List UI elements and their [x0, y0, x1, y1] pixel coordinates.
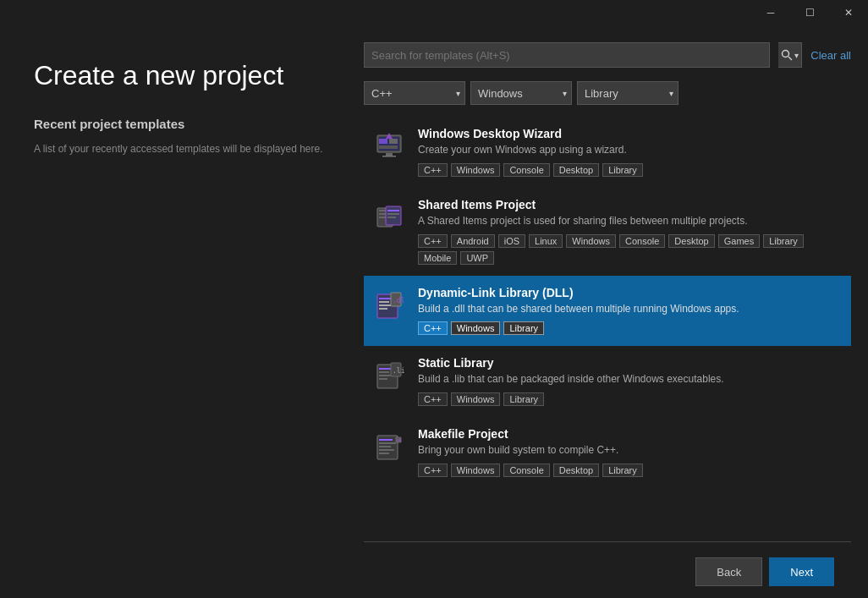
search-button[interactable]: ▾: [778, 42, 802, 68]
tag: C++: [418, 321, 448, 335]
template-icon-static-library: .lib: [372, 358, 406, 392]
svg-text:.lib: .lib: [393, 367, 404, 375]
template-item-dynamic-link-library[interactable]: .dll Dynamic-Link Library (DLL) Build a …: [364, 276, 851, 347]
tag: Desktop: [553, 464, 599, 477]
template-tags: C++ Windows Console Desktop Library: [418, 464, 843, 477]
tag: Linux: [529, 234, 563, 248]
svg-rect-22: [379, 308, 387, 310]
tag: Mobile: [418, 251, 457, 265]
tag: C++: [418, 163, 448, 177]
svg-rect-27: [379, 371, 389, 373]
template-tags: C++ Windows Library: [418, 321, 843, 335]
template-item-makefile-project[interactable]: mk Makefile Project Bring your own build…: [364, 417, 851, 488]
template-item-shared-items-project[interactable]: Shared Items Project A Shared Items proj…: [364, 188, 851, 276]
next-button[interactable]: Next: [769, 557, 834, 586]
language-filter-wrapper: C++ C# Python JavaScript: [364, 81, 465, 105]
bottom-bar: Back Next: [364, 546, 851, 598]
tag: C++: [418, 392, 448, 406]
tag: Desktop: [668, 234, 714, 248]
svg-rect-34: [379, 442, 396, 444]
tag: Desktop: [553, 163, 599, 177]
tag: Android: [451, 234, 495, 248]
template-content-windows-desktop-wizard: Windows Desktop Wizard Create your own W…: [418, 127, 843, 177]
template-item-windows-desktop-wizard[interactable]: Windows Desktop Wizard Create your own W…: [364, 117, 851, 188]
separator: [364, 541, 851, 542]
tag: Windows: [566, 234, 616, 248]
minimize-button[interactable]: ─: [751, 0, 790, 25]
template-name: Dynamic-Link Library (DLL): [418, 286, 843, 299]
search-box-wrapper: [364, 42, 770, 68]
tag: Console: [503, 163, 549, 177]
template-tags: C++ Android iOS Linux Windows Console De…: [418, 234, 843, 265]
svg-line-1: [788, 57, 792, 60]
right-panel: ▾ Clear all C++ C# Python JavaScript Win…: [355, 25, 868, 598]
svg-text:mk: mk: [397, 437, 402, 442]
search-row: ▾ Clear all: [364, 42, 851, 68]
platform-filter[interactable]: Windows Android iOS Linux: [470, 81, 572, 105]
language-filter[interactable]: C++ C# Python JavaScript: [364, 81, 465, 105]
svg-rect-33: [379, 439, 393, 441]
svg-rect-4: [386, 153, 393, 156]
svg-rect-17: [387, 217, 396, 218]
template-tags: C++ Windows Console Desktop Library: [418, 163, 843, 177]
back-button[interactable]: Back: [695, 557, 762, 586]
recent-heading: Recent project templates: [34, 117, 330, 131]
template-content-makefile-project: Makefile Project Bring your own build sy…: [418, 427, 843, 477]
svg-rect-36: [379, 449, 394, 451]
template-content-shared-items-project: Shared Items Project A Shared Items proj…: [418, 198, 843, 265]
svg-rect-37: [379, 453, 389, 454]
svg-point-0: [783, 51, 789, 58]
restore-button[interactable]: ☐: [790, 0, 829, 25]
template-desc: Build a .dll that can be shared between …: [418, 302, 843, 316]
svg-rect-28: [379, 375, 391, 376]
svg-rect-7: [389, 139, 398, 144]
platform-filter-wrapper: Windows Android iOS Linux: [470, 81, 572, 105]
svg-rect-21: [379, 304, 391, 306]
tag: Console: [619, 234, 665, 248]
tag: C++: [418, 234, 448, 248]
project-type-filter[interactable]: Library Console Desktop Mobile: [577, 81, 678, 105]
template-content-static-library: Static Library Build a .lib that can be …: [418, 356, 843, 406]
template-icon-shared-items-project: [372, 200, 406, 233]
template-content-dynamic-link-library: Dynamic-Link Library (DLL) Build a .dll …: [418, 286, 843, 336]
tag: Library: [602, 163, 643, 177]
recent-desc: A list of your recently accessed templat…: [34, 141, 330, 156]
svg-rect-35: [379, 446, 391, 447]
tag: Windows: [451, 321, 501, 335]
tag: Windows: [451, 464, 501, 477]
tag: Windows: [451, 163, 501, 177]
svg-rect-14: [386, 206, 401, 225]
search-input[interactable]: [371, 49, 762, 62]
template-icon-windows-desktop-wizard: [372, 129, 406, 162]
template-desc: Bring your own build system to compile C…: [418, 443, 843, 458]
close-button[interactable]: ✕: [829, 0, 868, 25]
main-container: Create a new project Recent project temp…: [0, 0, 868, 598]
svg-rect-15: [387, 210, 399, 211]
tag: Games: [718, 234, 760, 248]
template-icon-makefile-project: mk: [372, 429, 406, 463]
svg-rect-29: [379, 378, 387, 380]
tag: Library: [763, 234, 804, 248]
template-name: Shared Items Project: [418, 198, 843, 211]
svg-rect-5: [382, 156, 396, 157]
template-name: Static Library: [418, 356, 843, 370]
svg-rect-16: [387, 213, 399, 215]
tag: Library: [503, 392, 544, 406]
clear-all-button[interactable]: Clear all: [810, 49, 851, 62]
template-icon-dynamic-link-library: .dll: [372, 288, 406, 321]
tag: Library: [503, 321, 544, 335]
template-list: Windows Desktop Wizard Create your own W…: [364, 117, 851, 538]
filters-row: C++ C# Python JavaScript Windows Android…: [364, 81, 851, 105]
page-title: Create a new project: [34, 59, 330, 91]
tag: UWP: [460, 251, 494, 265]
svg-rect-6: [379, 139, 387, 144]
template-desc: A Shared Items project is used for shari…: [418, 214, 843, 228]
tag: iOS: [498, 234, 525, 248]
tag: Windows: [451, 392, 501, 406]
template-desc: Build a .lib that can be packaged inside…: [418, 372, 843, 387]
svg-text:.dll: .dll: [393, 297, 404, 304]
template-item-static-library[interactable]: .lib Static Library Build a .lib that ca…: [364, 346, 851, 417]
template-name: Windows Desktop Wizard: [418, 127, 843, 140]
template-name: Makefile Project: [418, 427, 843, 441]
svg-rect-20: [379, 301, 389, 303]
